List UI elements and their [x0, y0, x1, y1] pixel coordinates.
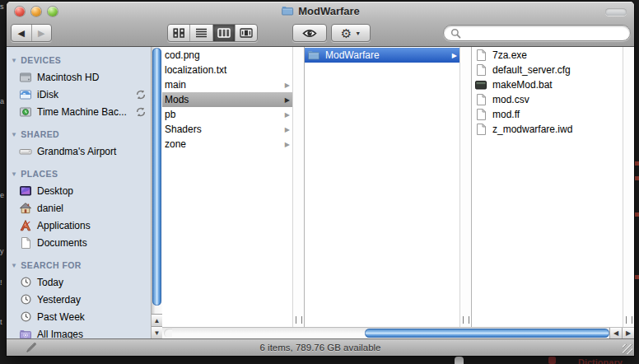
finder-window: ModWarfare ◀ ▶ ⚙ ▼ — [7, 2, 634, 356]
horizontal-scrollbar[interactable]: ◀ ▶ — [162, 327, 634, 338]
sidebar-item-applications[interactable]: Applications — [7, 217, 151, 234]
sidebar-section-label: PLACES — [21, 169, 58, 179]
sidebar-item-label: Today — [37, 277, 63, 288]
sidebar-item-label: Desktop — [37, 185, 73, 197]
file-label: 7za.exe — [492, 49, 527, 61]
sync-icon[interactable] — [135, 89, 147, 100]
sidebar-item-label: Past Week — [37, 311, 85, 323]
file-row-main[interactable]: main▶ — [162, 77, 292, 92]
desktop-icon-label-fragment: s — [0, 2, 4, 11]
toolbar: ◀ ▶ ⚙ ▼ — [7, 21, 634, 47]
sidebar-item-label: Macintosh HD — [37, 72, 99, 83]
file-row-modwarfare[interactable]: ModWarfare▶ — [305, 48, 459, 63]
applications-icon — [19, 219, 32, 232]
search-field[interactable] — [443, 25, 631, 41]
finder-column-0: cod.pnglocalization.txtmain▶Mods▶pb▶Shad… — [162, 47, 305, 327]
zoom-button[interactable] — [48, 7, 58, 16]
sidebar-item-label: Time Machine Bac... — [37, 106, 127, 118]
hard-drive-icon — [19, 71, 32, 84]
quick-look-button[interactable] — [292, 24, 327, 42]
sidebar-item-label: Documents — [37, 237, 87, 249]
file-label: default_server.cfg — [492, 64, 571, 76]
icon-view-glyph — [173, 28, 185, 38]
column-resize-handle[interactable] — [296, 316, 302, 324]
column-resize-handle[interactable] — [463, 316, 469, 324]
sidebar-section-header-places[interactable]: ▼PLACES — [7, 166, 151, 182]
file-row-default-server-cfg[interactable]: default_server.cfg — [472, 63, 623, 77]
disclosure-triangle-icon: ▼ — [11, 262, 17, 269]
list-view-glyph — [195, 28, 208, 38]
file-row-makemod-bat[interactable]: makeMod.bat — [472, 77, 623, 92]
action-menu-button[interactable]: ⚙ ▼ — [331, 24, 371, 42]
resize-grip[interactable] — [623, 344, 632, 354]
sidebar-item-all-images[interactable]: All Images — [7, 325, 151, 338]
sidebar-item-past-week[interactable]: Past Week — [7, 308, 151, 325]
nav-buttons: ◀ ▶ — [11, 24, 52, 42]
sidebar-item-label: Grandma's Airport — [37, 146, 116, 157]
sync-icon[interactable] — [135, 106, 147, 118]
minimize-button[interactable] — [31, 7, 41, 16]
back-button[interactable]: ◀ — [12, 25, 32, 41]
file-row-pb[interactable]: pb▶ — [162, 107, 292, 122]
column-scrollbar-track[interactable] — [459, 47, 471, 327]
close-button[interactable] — [15, 7, 25, 16]
toolbar-toggle-button[interactable] — [605, 8, 627, 16]
sidebar-section-header-search-for[interactable]: ▼SEARCH FOR — [7, 257, 151, 273]
sidebar-item-daniel[interactable]: daniel — [7, 199, 151, 217]
horizontal-scrollbar-thumb[interactable] — [365, 329, 609, 338]
coverflow-view-glyph — [240, 28, 253, 38]
file-row-cod-png[interactable]: cod.png — [162, 48, 292, 63]
column-view-button[interactable] — [213, 25, 236, 41]
file-row-mod-ff[interactable]: mod.ff — [472, 107, 623, 122]
sidebar-item-grandma-s-airport[interactable]: Grandma's Airport — [7, 142, 151, 160]
coverflow-view-button[interactable] — [236, 25, 257, 41]
columns: cod.pnglocalization.txtmain▶Mods▶pb▶Shad… — [162, 47, 634, 327]
title-bar[interactable]: ModWarfare — [7, 2, 634, 21]
file-row-mod-csv[interactable]: mod.csv — [472, 92, 623, 107]
sidebar-item-macintosh-hd[interactable]: Macintosh HD — [7, 68, 151, 86]
sidebar-scrollbar-thumb[interactable] — [152, 48, 161, 306]
file-row-mods[interactable]: Mods▶ — [162, 92, 292, 107]
view-mode-control — [167, 24, 258, 42]
column-items: cod.pnglocalization.txtmain▶Mods▶pb▶Shad… — [162, 47, 292, 327]
forward-button[interactable]: ▶ — [32, 25, 52, 41]
sidebar-scrollbar[interactable]: ▲ ▼ — [151, 47, 162, 338]
column-items: ModWarfare▶ — [305, 47, 459, 327]
sidebar-item-idisk[interactable]: iDisk — [7, 86, 151, 103]
icon-view-button[interactable] — [168, 25, 190, 41]
finder-column-2: 7za.exedefault_server.cfgmakeMod.batmod.… — [472, 47, 634, 327]
file-label: Shaders — [165, 124, 202, 135]
file-row-localization-txt[interactable]: localization.txt — [162, 63, 292, 77]
scroll-up-button[interactable]: ▲ — [152, 314, 162, 326]
desktop-icon-fragment — [548, 357, 556, 364]
sidebar-item-desktop[interactable]: Desktop — [7, 182, 151, 199]
sidebar-item-label: iDisk — [37, 89, 58, 100]
sidebar-item-documents[interactable]: Documents — [7, 234, 151, 251]
file-row-shaders[interactable]: Shaders▶ — [162, 122, 292, 137]
document-icon — [19, 236, 32, 250]
chevron-right-icon: ▶ — [285, 111, 290, 119]
sidebar-section-header-shared[interactable]: ▼SHARED — [7, 126, 151, 142]
column-resize-handle[interactable] — [626, 316, 632, 324]
sidebar-section-label: DEVICES — [21, 55, 61, 65]
clock-icon — [19, 276, 32, 289]
sidebar-item-label: Yesterday — [37, 294, 81, 306]
column-scrollbar-track[interactable] — [623, 47, 634, 327]
desktop-icon-fragment — [635, 275, 639, 279]
sidebar-section-header-devices[interactable]: ▼DEVICES — [7, 52, 151, 68]
desktop-icon-label-fragment: t — [0, 318, 2, 326]
sidebar-item-yesterday[interactable]: Yesterday — [7, 291, 151, 308]
scroll-left-button[interactable]: ◀ — [609, 328, 622, 338]
column-scrollbar-track[interactable] — [292, 47, 304, 327]
file-row-7za-exe[interactable]: 7za.exe — [472, 48, 623, 63]
scroll-right-button[interactable]: ▶ — [622, 328, 634, 338]
scroll-down-button[interactable]: ▼ — [152, 326, 162, 338]
file-row-z-modwarfare-iwd[interactable]: z_modwarfare.iwd — [472, 122, 623, 137]
sidebar-item-time-machine-bac[interactable]: Time Machine Bac... — [7, 103, 151, 120]
search-input[interactable] — [464, 26, 623, 40]
chevron-right-icon: ▶ — [285, 82, 290, 89]
file-label: main — [165, 79, 186, 91]
file-row-zone[interactable]: zone▶ — [162, 137, 292, 152]
list-view-button[interactable] — [190, 25, 212, 41]
sidebar-item-today[interactable]: Today — [7, 273, 151, 291]
